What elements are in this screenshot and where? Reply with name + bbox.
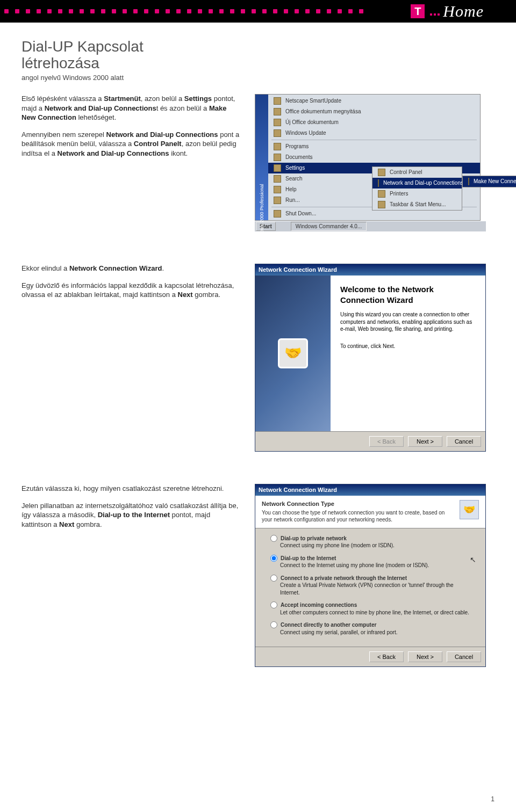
make-new-connection-submenu: Make New Connection (462, 176, 516, 187)
next-button[interactable]: Next > (408, 651, 442, 662)
menu-item-programs[interactable]: Programs (268, 141, 480, 152)
option-dialup-internet[interactable]: Dial-up to the Internet Connect to the I… (270, 555, 470, 569)
title-line2: létrehozása (22, 55, 494, 72)
window-title: Network Connection Wizard (255, 484, 485, 496)
page-header: T Home (0, 0, 516, 23)
window-title: Network Connection Wizard (255, 264, 485, 276)
radio-input[interactable] (270, 575, 277, 582)
option-direct[interactable]: Connect directly to another computer Con… (270, 621, 470, 636)
folder-icon (274, 154, 281, 161)
brand-dots-icon (430, 7, 440, 16)
startmenu-brand-band: Windows 2000 Professional (255, 95, 268, 220)
menu-item[interactable]: Netscape SmartUpdate (268, 96, 480, 106)
search-icon (274, 175, 281, 183)
menu-icon (274, 129, 281, 137)
control-panel-icon (378, 169, 385, 176)
wizard-heading: Welcome to the Network Connection Wizard (340, 284, 476, 306)
page-number: 1 (491, 795, 494, 803)
back-button: < Back (369, 436, 404, 447)
wizard-continue-text: To continue, click Next. (340, 343, 476, 350)
radio-input[interactable] (270, 535, 277, 542)
folder-icon (274, 143, 281, 150)
brand-home-label: Home (443, 1, 484, 23)
run-icon (274, 197, 281, 204)
wizard-step-subtitle: You can choose the type of network conne… (262, 509, 453, 524)
submenu-control-panel[interactable]: Control Panel (372, 167, 462, 178)
settings-submenu: Control Panel Network and Dial-up Connec… (372, 166, 462, 211)
printer-icon (378, 190, 385, 198)
taskbar-icon (378, 201, 385, 208)
submenu-taskbar[interactable]: Taskbar & Start Menu... (372, 199, 462, 210)
menu-item-documents[interactable]: Documents (268, 152, 480, 163)
menu-icon (274, 119, 281, 126)
connection-icon (468, 178, 469, 185)
menu-icon (274, 108, 281, 115)
radio-input[interactable] (270, 555, 277, 562)
wizard-body-text: Using this wizard you can create a conne… (340, 311, 476, 333)
t-logo-icon: T (411, 4, 425, 18)
wizard-step-title: Network Connection Type (262, 500, 453, 508)
help-icon (274, 186, 281, 193)
next-button[interactable]: Next > (408, 436, 442, 447)
radio-input[interactable] (270, 601, 277, 608)
section1-text: Első lépésként válassza a Startmenüt, az… (22, 94, 242, 165)
brand: T Home (411, 0, 484, 23)
gear-icon (274, 164, 281, 172)
menu-item[interactable]: Windows Update (268, 128, 480, 139)
menu-item[interactable]: Új Office dokumentum (268, 117, 480, 128)
screenshot-startmenu: Windows 2000 Professional Netscape Smart… (255, 94, 486, 231)
screenshot-wizard-type: Network Connection Wizard Network Connec… (255, 484, 486, 667)
submenu-printers[interactable]: Printers (372, 189, 462, 199)
submenu-network-dialup[interactable]: Network and Dial-up Connections (372, 178, 462, 189)
power-icon (274, 210, 281, 218)
handshake-icon: 🤝 (278, 338, 308, 368)
menu-item[interactable]: Office dokumentum megnyitása (268, 106, 480, 117)
network-icon (378, 179, 379, 187)
section3-text: Ezután válassza ki, hogy milyen csatlako… (22, 484, 242, 536)
page-subtitle: angol nyelvű Windows 2000 alatt (22, 73, 494, 83)
cancel-button[interactable]: Cancel (447, 436, 481, 447)
taskbar: Start Windows Commander 4.0... (255, 221, 486, 231)
screenshot-wizard-welcome: Network Connection Wizard 🤝 Welcome to t… (255, 264, 486, 452)
taskbar-app[interactable]: Windows Commander 4.0... (291, 222, 367, 231)
submenu-make-new-connection[interactable]: Make New Connection (463, 176, 516, 187)
radio-input[interactable] (270, 621, 277, 628)
handshake-icon: 🤝 (460, 500, 479, 519)
option-dialup-private[interactable]: Dial-up to private network Connect using… (270, 535, 470, 549)
menu-separator (271, 140, 477, 140)
header-dots (0, 8, 376, 15)
page-title: Dial-UP Kapcsolat létrehozása (22, 39, 494, 72)
title-line1: Dial-UP Kapcsolat (22, 38, 144, 55)
section2-text: Ekkor elindul a Network Connection Wizar… (22, 264, 242, 307)
cancel-button[interactable]: Cancel (447, 651, 481, 662)
option-incoming[interactable]: Accept incoming connections Let other co… (270, 601, 470, 616)
back-button[interactable]: < Back (369, 651, 404, 662)
wizard-side-graphic: 🤝 (255, 276, 331, 431)
menu-icon (274, 97, 281, 105)
option-vpn[interactable]: Connect to a private network through the… (270, 575, 470, 597)
